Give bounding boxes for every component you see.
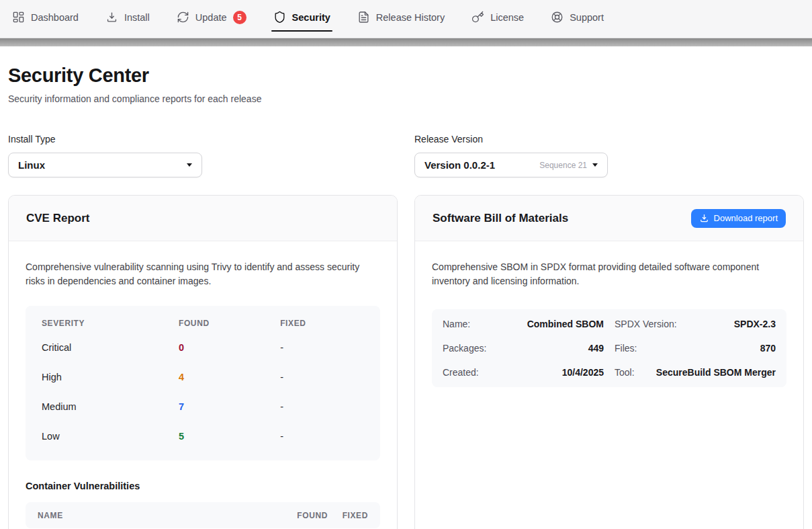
found-count: 0 xyxy=(179,342,280,353)
table-row-medium: Medium 7 - xyxy=(26,392,380,421)
detail-label: Name: xyxy=(443,319,470,329)
col-found: FOUND xyxy=(179,319,280,328)
col-found: FOUND xyxy=(264,511,328,520)
sbom-detail-spdx-version: SPDX Version: SPDX-2.3 xyxy=(615,312,776,336)
cve-report-card: CVE Report Comprehensive vulnerability s… xyxy=(8,195,398,529)
download-report-button[interactable]: Download report xyxy=(691,209,786,228)
install-type-value: Linux xyxy=(18,159,45,171)
found-count: 4 xyxy=(179,372,280,382)
sbom-detail-tool: Tool: SecureBuild SBOM Merger xyxy=(615,360,776,384)
nav-item-label: Install xyxy=(124,12,150,23)
severity-table: SEVERITY FOUND FIXED Critical 0 - High 4… xyxy=(26,306,380,460)
cve-report-body: Comprehensive vulnerability scanning usi… xyxy=(9,241,397,529)
release-version-filter: Release Version Version 0.0.2-1 Sequence… xyxy=(414,134,608,177)
container-vulnerabilities-header: NAME FOUND FIXED xyxy=(26,502,380,528)
key-icon xyxy=(471,11,484,24)
file-text-icon xyxy=(357,11,370,24)
fixed-count: - xyxy=(280,431,364,442)
nav-item-support[interactable]: Support xyxy=(551,4,604,30)
col-fixed: FIXED xyxy=(280,319,364,328)
severity-name: Medium xyxy=(42,401,179,412)
table-row-critical: Critical 0 - xyxy=(26,333,380,362)
fixed-count: - xyxy=(280,342,364,353)
severity-table-header: SEVERITY FOUND FIXED xyxy=(26,314,380,333)
release-version-label: Release Version xyxy=(414,134,608,145)
install-type-select[interactable]: Linux xyxy=(8,153,202,177)
sbom-title: Software Bill of Materials xyxy=(433,212,568,225)
sbom-detail-name: Name: Combined SBOM xyxy=(443,312,604,336)
nav-item-dashboard[interactable]: Dashboard xyxy=(12,4,79,30)
cve-report-title: CVE Report xyxy=(26,212,89,225)
detail-value: 870 xyxy=(760,343,776,354)
nav-item-label: Security xyxy=(292,12,330,23)
cve-report-header: CVE Report xyxy=(9,196,397,241)
nav-item-license[interactable]: License xyxy=(471,4,524,30)
col-name: NAME xyxy=(38,511,264,520)
col-severity: SEVERITY xyxy=(42,319,179,328)
table-row-low: Low 5 - xyxy=(26,421,380,451)
update-count-badge: 5 xyxy=(233,11,246,24)
detail-value: Combined SBOM xyxy=(527,319,604,329)
severity-name: Low xyxy=(42,431,179,442)
severity-name: High xyxy=(42,372,179,382)
found-count: 5 xyxy=(179,431,280,442)
page-title: Security Center xyxy=(8,65,804,87)
sbom-description: Comprehensive SBOM in SPDX format provid… xyxy=(432,260,786,288)
top-nav: Dashboard Install Update 5 Security Rele… xyxy=(0,0,812,38)
release-version-value: Version 0.0.2-1 xyxy=(424,159,495,171)
sbom-detail-packages: Packages: 449 xyxy=(443,336,604,360)
page-subtitle: Security information and compliance repo… xyxy=(8,93,804,104)
cards-row: CVE Report Comprehensive vulnerability s… xyxy=(8,195,804,529)
detail-label: Tool: xyxy=(615,367,635,378)
sbom-card: Software Bill of Materials Download repo… xyxy=(414,195,804,529)
fixed-count: - xyxy=(280,372,364,382)
detail-label: Files: xyxy=(615,343,637,354)
release-version-select[interactable]: Version 0.0.2-1 Sequence 21 xyxy=(414,153,608,177)
lifebuoy-icon xyxy=(551,11,563,24)
install-type-filter: Install Type Linux xyxy=(8,134,202,177)
install-type-label: Install Type xyxy=(8,134,202,145)
sbom-header: Software Bill of Materials Download repo… xyxy=(415,196,803,241)
sbom-detail-files: Files: 870 xyxy=(615,336,776,360)
detail-label: SPDX Version: xyxy=(615,319,677,329)
chevron-down-icon xyxy=(592,163,598,167)
dashboard-grid-icon xyxy=(12,11,25,24)
col-fixed: FIXED xyxy=(328,511,368,520)
nav-item-update[interactable]: Update 5 xyxy=(177,4,246,30)
sbom-details: Name: Combined SBOM SPDX Version: SPDX-2… xyxy=(432,309,786,387)
container-vulnerabilities-title: Container Vulnerabilities xyxy=(26,481,380,491)
nav-item-label: Support xyxy=(570,12,604,23)
nav-item-label: Dashboard xyxy=(31,12,79,23)
nav-item-release-history[interactable]: Release History xyxy=(357,4,445,30)
download-icon xyxy=(105,11,118,24)
filters-row: Install Type Linux Release Version Versi… xyxy=(8,134,804,177)
detail-label: Created: xyxy=(443,367,479,378)
nav-item-label: Update xyxy=(195,12,227,23)
refresh-icon xyxy=(177,11,189,24)
download-icon xyxy=(699,213,709,223)
nav-item-security[interactable]: Security xyxy=(273,4,330,30)
nav-item-label: Release History xyxy=(376,12,445,23)
main-content: Security Center Security information and… xyxy=(0,65,812,529)
severity-name: Critical xyxy=(42,342,179,353)
chevron-down-icon xyxy=(187,163,192,167)
found-count: 7 xyxy=(179,401,280,412)
detail-value: SPDX-2.3 xyxy=(734,319,776,329)
detail-value: 10/4/2025 xyxy=(562,367,604,378)
download-report-label: Download report xyxy=(714,213,778,223)
sbom-detail-created: Created: 10/4/2025 xyxy=(443,360,604,384)
detail-value: SecureBuild SBOM Merger xyxy=(656,367,776,378)
nav-item-label: License xyxy=(490,12,524,23)
divider-strip xyxy=(0,38,812,46)
release-sequence: Sequence 21 xyxy=(539,161,587,170)
nav-item-install[interactable]: Install xyxy=(105,4,150,30)
sbom-body: Comprehensive SBOM in SPDX format provid… xyxy=(415,241,803,406)
fixed-count: - xyxy=(280,401,364,412)
shield-icon xyxy=(273,11,286,24)
detail-label: Packages: xyxy=(443,343,486,354)
cve-report-description: Comprehensive vulnerability scanning usi… xyxy=(26,260,380,288)
table-row-high: High 4 - xyxy=(26,362,380,392)
detail-value: 449 xyxy=(588,343,604,354)
